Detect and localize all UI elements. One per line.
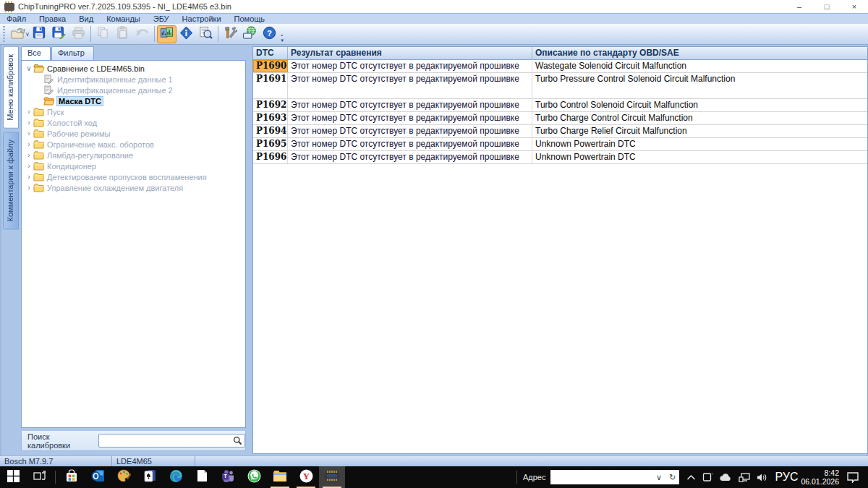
tree-item[interactable]: ›Управление охлаждением двигателя [25, 182, 245, 193]
dtc-row[interactable]: P1694Этот номер DTC отсутствует в редакт… [253, 125, 867, 138]
teams-taskbar-button[interactable]: T [215, 466, 241, 488]
toolbar-grip[interactable] [1, 26, 7, 42]
dtc-row[interactable]: P1693Этот номер DTC отсутствует в редакт… [253, 112, 867, 125]
menu-0[interactable]: Файл [0, 14, 33, 24]
dtc-code[interactable]: P1692 [253, 99, 288, 111]
store-taskbar-button[interactable] [59, 466, 85, 488]
collapsed-chevron-icon[interactable]: › [25, 151, 33, 159]
dtc-code[interactable]: P1696 [253, 151, 288, 163]
outlook-taskbar-button[interactable] [85, 466, 111, 488]
tree-item[interactable]: ›Холостой ход [25, 117, 245, 128]
preview-button[interactable] [196, 25, 216, 43]
undo-button [132, 25, 152, 43]
menu-5[interactable]: Настройки [176, 14, 228, 24]
collapsed-chevron-icon[interactable]: › [25, 129, 33, 137]
taskbar-clock[interactable]: 8:42 06.01.2026 [801, 468, 839, 486]
tree-item[interactable]: ›Рабочие режимы [25, 128, 245, 139]
solitaire-taskbar-button[interactable] [137, 466, 163, 488]
close-button[interactable]: × [841, 0, 868, 13]
edge-taskbar-button[interactable] [163, 466, 189, 488]
tree-item[interactable]: Маска DTC [25, 95, 245, 106]
notifications-icon[interactable] [846, 471, 859, 483]
address-dropdown-icon[interactable]: ∨ [652, 473, 665, 482]
collapsed-chevron-icon[interactable]: › [25, 184, 33, 192]
svg-text:?: ? [267, 28, 272, 37]
dtc-row[interactable]: P1692Этот номер DTC отсутствует в редакт… [253, 99, 867, 112]
dtc-table-header: DTCРезультат сравненияОписание по станда… [253, 47, 867, 60]
menu-6[interactable]: Помощь [228, 14, 272, 24]
cloud-icon[interactable] [720, 474, 732, 481]
search-icon[interactable] [233, 436, 242, 445]
menu-1[interactable]: Правка [33, 14, 72, 24]
search-input[interactable] [98, 434, 245, 448]
compare-button[interactable] [157, 25, 176, 43]
tree-item[interactable]: ∨Сравнение с LDE4M65.bin [25, 63, 245, 74]
info-button[interactable] [176, 25, 196, 43]
expanded-chevron-icon[interactable]: ∨ [25, 64, 33, 72]
chiptuning-taskbar-button[interactable] [319, 466, 345, 488]
toolbar-separator [90, 26, 91, 42]
maximize-button[interactable]: □ [813, 0, 841, 13]
status-segment-0: Bosch M7.9.7 [0, 456, 112, 466]
toolbar-overflow-button[interactable]: ▪▾ [279, 25, 286, 43]
yandex-taskbar-button[interactable]: Y [293, 466, 319, 488]
tablet-icon[interactable] [702, 472, 713, 482]
tree-item[interactable]: ›Ограничение макс. оборотов [25, 139, 245, 150]
menu-2[interactable]: Вид [72, 14, 100, 24]
tree-item[interactable]: ›Лямбда-регулирование [25, 150, 245, 160]
dtc-code-selected[interactable]: P1690 [253, 60, 288, 72]
tree-item[interactable]: Идентификационные данные 1 [25, 74, 245, 85]
tree-tab-0[interactable]: Все [21, 46, 51, 60]
column-header-1[interactable]: Результат сравнения [288, 47, 532, 59]
address-input[interactable]: ∨ ↻ [550, 470, 679, 484]
paint-taskbar-button[interactable] [111, 466, 137, 488]
minimize-button[interactable]: – [786, 0, 813, 13]
web-button[interactable] [240, 25, 260, 43]
collapsed-chevron-icon[interactable]: › [25, 162, 33, 170]
tree-item[interactable]: ›Детектирование пропусков воспламенения [25, 171, 245, 182]
dtc-row[interactable]: P1691Этот номер DTC отсутствует в редакт… [253, 73, 867, 99]
save-as-button[interactable] [49, 25, 69, 43]
notepad-taskbar-button[interactable] [189, 466, 215, 488]
open-button[interactable] [8, 25, 27, 43]
collapsed-chevron-icon[interactable]: › [25, 173, 33, 181]
collapsed-chevron-icon[interactable]: › [25, 140, 33, 148]
tree-item[interactable]: ›Кондиционер [25, 160, 245, 171]
network-icon[interactable] [739, 473, 750, 482]
column-header-2[interactable]: Описание по стандарту OBD/SAE [532, 47, 867, 59]
dtc-code[interactable]: P1691 [253, 73, 288, 98]
address-go-icon[interactable]: ↻ [665, 473, 679, 482]
dtc-code[interactable]: P1693 [253, 112, 288, 124]
svg-text:T: T [224, 473, 227, 479]
tools-button[interactable] [221, 25, 240, 43]
speaker-icon[interactable] [757, 473, 767, 482]
tree-item[interactable]: ›Пуск [25, 106, 245, 117]
dtc-row[interactable]: P1695Этот номер DTC отсутствует в редакт… [253, 138, 867, 151]
comparison-result: Этот номер DTC отсутствует в редактируем… [288, 60, 532, 72]
save-button[interactable] [30, 25, 49, 43]
start-taskbar-button[interactable] [0, 466, 26, 488]
whatsapp-taskbar-button[interactable] [241, 466, 267, 488]
column-header-0[interactable]: DTC [253, 47, 288, 59]
dtc-code[interactable]: P1695 [253, 138, 288, 150]
dtc-code[interactable]: P1694 [253, 125, 288, 137]
explorer-taskbar-button[interactable] [267, 466, 293, 488]
menu-3[interactable]: Команды [100, 14, 147, 24]
side-tab-0[interactable]: Меню калибровок [3, 46, 19, 129]
menu-4[interactable]: ЭБУ [147, 14, 176, 24]
dtc-table-panel: DTCРезультат сравненияОписание по станда… [252, 46, 868, 454]
tree-item[interactable]: Идентификационные данные 2 [25, 85, 245, 95]
task-view-taskbar-button[interactable] [26, 466, 52, 488]
tree-item-label: Идентификационные данные 1 [57, 75, 173, 84]
dtc-row[interactable]: P1690Этот номер DTC отсутствует в редакт… [253, 60, 867, 73]
chevron-up-icon[interactable] [686, 474, 696, 481]
collapsed-chevron-icon[interactable]: › [25, 119, 33, 127]
calibration-search-row: Поиск калибровки [21, 431, 246, 451]
collapsed-chevron-icon[interactable]: › [25, 108, 33, 116]
dtc-row[interactable]: P1696Этот номер DTC отсутствует в редакт… [253, 151, 867, 164]
tree-tab-1[interactable]: Фильтр [51, 46, 94, 60]
address-toolbar: Адрес ∨ ↻ [514, 470, 680, 484]
language-indicator[interactable]: РУС [775, 471, 798, 484]
help-button[interactable]: ? [260, 25, 279, 43]
side-tab-1[interactable]: Комментарии к файлу [3, 132, 19, 229]
